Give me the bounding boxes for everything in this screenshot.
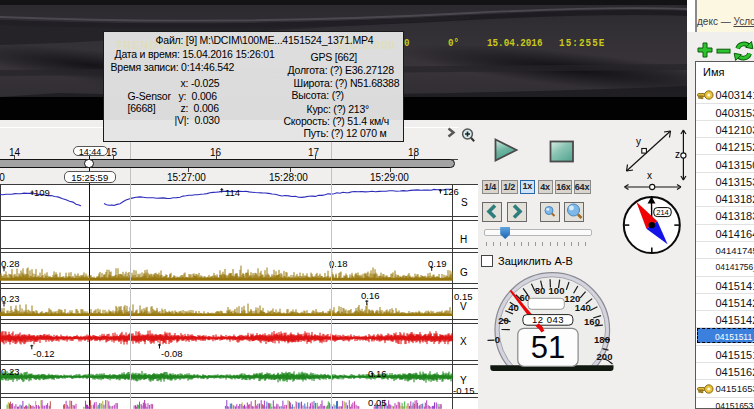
svg-text:y: y: [636, 136, 641, 147]
svg-text:80: 80: [535, 285, 546, 296]
svg-text:20: 20: [498, 315, 509, 326]
svg-text:100: 100: [549, 285, 565, 296]
svg-text:180: 180: [594, 334, 610, 345]
svg-text:214: 214: [656, 208, 669, 217]
svg-text:12 043: 12 043: [532, 314, 564, 325]
svg-text:x: x: [647, 170, 652, 181]
svg-text:140: 140: [575, 302, 591, 313]
svg-text:160: 160: [584, 316, 600, 327]
svg-text:200: 200: [597, 351, 613, 362]
svg-text:0: 0: [495, 334, 500, 345]
svg-text:z: z: [675, 149, 680, 160]
svg-text:40: 40: [508, 302, 519, 313]
svg-text:51: 51: [531, 330, 565, 365]
